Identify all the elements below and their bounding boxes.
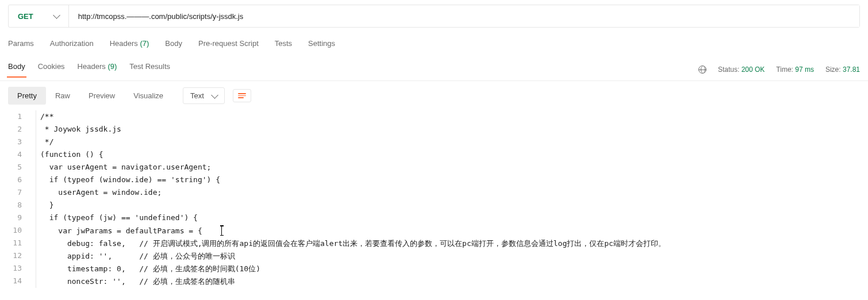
tab-resp-headers[interactable]: Headers (9): [78, 62, 117, 77]
request-bar: GET: [8, 5, 860, 28]
code-line: timestamp: 0, // 必填，生成签名的时间戳(10位): [36, 263, 865, 275]
time-label: Time:: [776, 66, 793, 74]
line-number: 7: [0, 186, 25, 199]
tab-params[interactable]: Params: [8, 39, 34, 48]
line-gutter: 1234567891011121314: [0, 110, 32, 288]
code-line: appid: '', // 必填，公众号的唯一标识: [36, 250, 865, 263]
size-block: Size: 37.81: [825, 66, 860, 74]
url-input[interactable]: [69, 5, 859, 27]
tab-authorization[interactable]: Authorization: [50, 39, 94, 48]
line-number: 6: [0, 174, 25, 186]
code-line: debug: false, // 开启调试模式,调用的所有api的返回值会在客户…: [36, 237, 865, 250]
code-line: /**: [36, 110, 865, 123]
resp-headers-count: (9): [107, 62, 117, 71]
tab-resp-body[interactable]: Body: [8, 62, 25, 77]
code-line: nonceStr: '', // 必填，生成签名的随机串: [36, 275, 865, 288]
headers-count: (7): [140, 39, 149, 48]
response-header: Body Cookies Headers (9) Test Results St…: [0, 58, 868, 81]
code-line: userAgent = window.ide;: [36, 186, 865, 199]
format-label: Text: [190, 91, 204, 100]
code-line: if (typeof (window.ide) == 'string') {: [36, 174, 865, 186]
text-cursor-icon: [221, 226, 222, 235]
tab-prerequest[interactable]: Pre-request Script: [198, 39, 259, 48]
view-raw[interactable]: Raw: [46, 87, 79, 105]
code-lines: /** * Joywok jssdk.js */(function () { v…: [32, 110, 868, 288]
chevron-down-icon: [211, 91, 218, 99]
code-line: */: [36, 136, 865, 148]
method-label: GET: [18, 12, 33, 21]
status-label: Status:: [718, 66, 739, 74]
tab-settings[interactable]: Settings: [308, 39, 335, 48]
view-preview[interactable]: Preview: [79, 87, 124, 105]
line-number: 8: [0, 199, 25, 211]
headers-label: Headers: [110, 39, 138, 48]
code-line: }: [36, 199, 865, 211]
size-label: Size:: [825, 66, 841, 74]
code-line: var jwParams = defaultParams = {: [36, 224, 865, 237]
request-tabs: Params Authorization Headers (7) Body Pr…: [0, 39, 868, 58]
response-tabs: Body Cookies Headers (9) Test Results: [8, 62, 170, 77]
time-value: 97 ms: [795, 66, 814, 74]
code-line: * Joywok jssdk.js: [36, 123, 865, 136]
line-number: 3: [0, 136, 25, 148]
status-block: Status: 200 OK: [718, 66, 765, 74]
line-number: 10: [0, 224, 25, 237]
wrap-icon: [238, 93, 246, 98]
code-line: if (typeof (jw) == 'undefined') {: [36, 211, 865, 224]
response-toolbar: Pretty Raw Preview Visualize Text: [0, 81, 868, 110]
tab-headers[interactable]: Headers (7): [110, 39, 149, 48]
resp-headers-label: Headers: [78, 62, 106, 71]
line-number: 2: [0, 123, 25, 136]
time-block: Time: 97 ms: [776, 66, 814, 74]
status-area: Status: 200 OK Time: 97 ms Size: 37.81: [698, 66, 860, 74]
tab-tests[interactable]: Tests: [275, 39, 292, 48]
tab-resp-test-results[interactable]: Test Results: [129, 62, 170, 77]
tab-body[interactable]: Body: [165, 39, 182, 48]
chevron-down-icon: [53, 11, 60, 19]
line-number: 12: [0, 249, 25, 262]
tab-resp-cookies[interactable]: Cookies: [38, 62, 65, 77]
line-number: 4: [0, 148, 25, 161]
line-number: 5: [0, 161, 25, 174]
code-viewer[interactable]: 1234567891011121314 /** * Joywok jssdk.j…: [0, 110, 868, 288]
line-number: 14: [0, 275, 25, 287]
view-pretty[interactable]: Pretty: [8, 87, 46, 105]
line-number: 13: [0, 262, 25, 275]
size-value: 37.81: [843, 66, 860, 74]
method-selector[interactable]: GET: [9, 5, 69, 27]
globe-icon[interactable]: [698, 66, 706, 74]
line-number: 9: [0, 211, 25, 224]
view-mode-group: Pretty Raw Preview Visualize: [8, 87, 172, 105]
line-number: 1: [0, 110, 25, 123]
status-value: 200 OK: [742, 66, 765, 74]
code-line: (function () {: [36, 148, 865, 161]
view-visualize[interactable]: Visualize: [124, 87, 172, 105]
wrap-lines-button[interactable]: [233, 89, 251, 102]
code-line: var userAgent = navigator.userAgent;: [36, 161, 865, 174]
line-number: 11: [0, 237, 25, 249]
format-selector[interactable]: Text: [183, 87, 225, 104]
